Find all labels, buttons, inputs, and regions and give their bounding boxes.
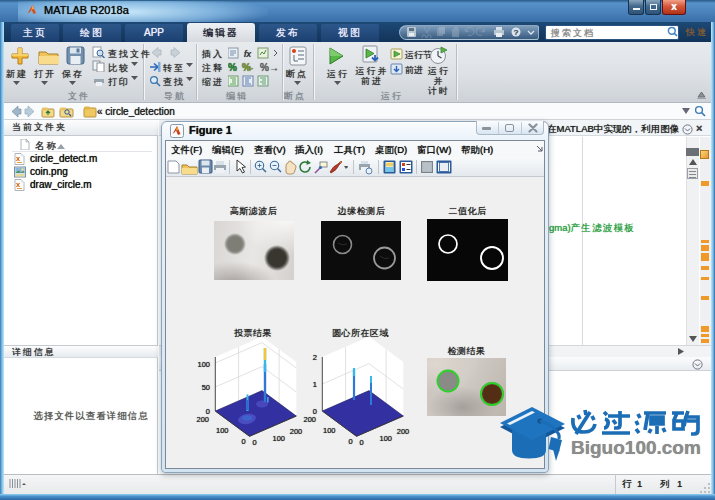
svg-text:%: % [228, 62, 237, 73]
svg-text:%→: %→ [260, 62, 279, 73]
svg-text:?: ? [514, 28, 519, 37]
svg-text:fx: fx [244, 49, 252, 59]
svg-text:%̵: %̵ [242, 62, 253, 73]
